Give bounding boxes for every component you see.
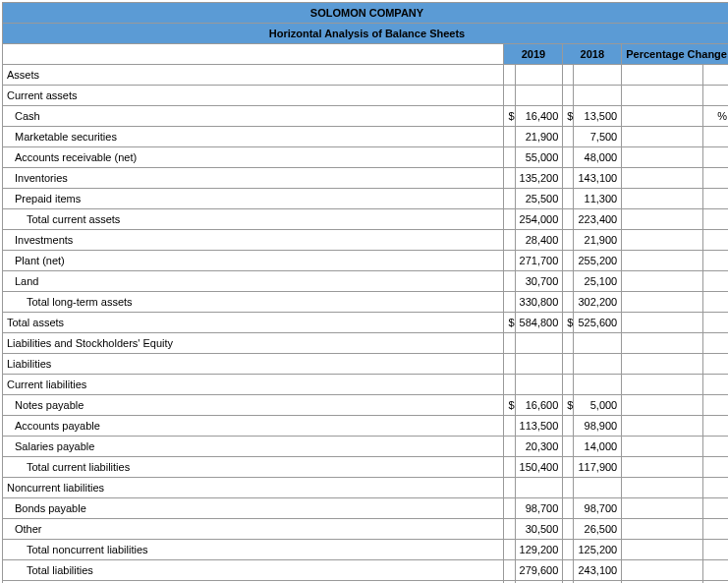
blank-cell	[3, 44, 504, 65]
pct-input[interactable]	[622, 147, 703, 168]
row-total-current-assets: Total current assets254,000223,400	[3, 209, 729, 230]
pct-input[interactable]	[622, 230, 703, 251]
report-title: Horizontal Analysis of Balance Sheets	[3, 24, 729, 44]
pct-input[interactable]	[622, 560, 703, 581]
pct-input[interactable]	[622, 127, 703, 147]
pct-input[interactable]	[622, 540, 703, 560]
row-total-lt-assets: Total long-term assets330,800302,200	[3, 292, 729, 313]
pct-input[interactable]	[622, 106, 703, 127]
row-land: Land30,70025,100	[3, 271, 729, 292]
row-assets-header: Assets	[3, 65, 729, 86]
pct-input[interactable]	[622, 189, 703, 209]
row-noncurrent-liab-header: Noncurrent liabilities	[3, 478, 729, 498]
row-bonds-payable: Bonds payable98,70098,700	[3, 498, 729, 519]
row-plant-net: Plant (net)271,700255,200	[3, 251, 729, 271]
row-prepaid: Prepaid items25,50011,300	[3, 189, 729, 209]
row-liab-header: Liabilities	[3, 354, 729, 375]
balance-sheet-table: SOLOMON COMPANY Horizontal Analysis of B…	[2, 2, 728, 583]
col-2019: 2019	[504, 44, 563, 65]
row-total-assets: Total assets$584,800$525,600	[3, 313, 729, 333]
row-total-noncurrent-liab: Total noncurrent liabilities129,200125,2…	[3, 540, 729, 560]
pct-input[interactable]	[622, 519, 703, 540]
pct-input[interactable]	[622, 271, 703, 292]
row-marketable-securities: Marketable securities21,9007,500	[3, 127, 729, 147]
row-total-liab: Total liabilities279,600243,100	[3, 560, 729, 581]
row-salaries-payable: Salaries payable20,30014,000	[3, 437, 729, 457]
pct-input[interactable]	[622, 251, 703, 271]
pct-input[interactable]	[622, 457, 703, 478]
pct-input[interactable]	[622, 168, 703, 189]
row-accounts-receivable: Accounts receivable (net)55,00048,000	[3, 147, 729, 168]
col-2018: 2018	[563, 44, 622, 65]
row-current-assets-header: Current assets	[3, 86, 729, 106]
pct-input[interactable]	[622, 209, 703, 230]
row-notes-payable: Notes payable$16,600$5,000	[3, 395, 729, 416]
row-accounts-payable: Accounts payable113,50098,900	[3, 416, 729, 437]
row-liab-se-header: Liabilities and Stockholders' Equity	[3, 333, 729, 354]
row-other: Other30,50026,500	[3, 519, 729, 540]
pct-input[interactable]	[622, 313, 703, 333]
row-cash: Cash$16,400$13,500%	[3, 106, 729, 127]
row-investments: Investments28,40021,900	[3, 230, 729, 251]
pct-input[interactable]	[622, 416, 703, 437]
row-inventories: Inventories135,200143,100	[3, 168, 729, 189]
row-total-current-liab: Total current liabilities150,400117,900	[3, 457, 729, 478]
pct-input[interactable]	[622, 498, 703, 519]
pct-input[interactable]	[622, 437, 703, 457]
pct-input[interactable]	[622, 395, 703, 416]
pct-input[interactable]	[622, 292, 703, 313]
row-current-liab-header: Current liabilities	[3, 375, 729, 395]
col-pct: Percentage Change	[622, 44, 728, 65]
company-title: SOLOMON COMPANY	[3, 3, 729, 24]
